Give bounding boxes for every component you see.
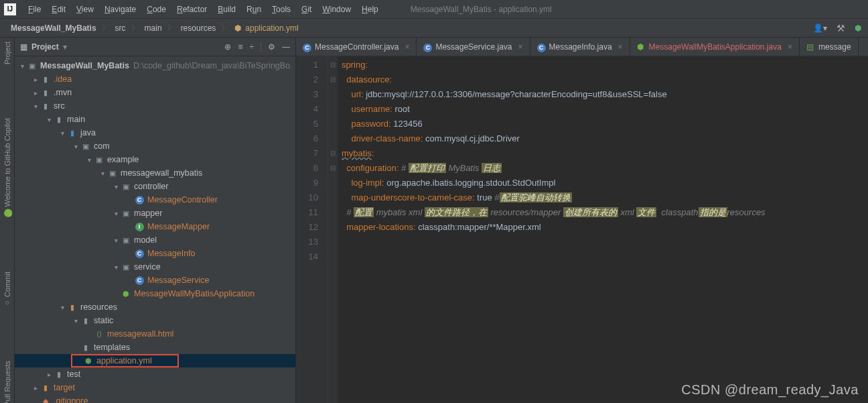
tab-messageinfo[interactable]: CMessageInfo.java× bbox=[530, 38, 630, 56]
tree-root[interactable]: ▾▣MessageWall_MyBatisD:\code_github\Drea… bbox=[15, 59, 295, 72]
dropdown-icon[interactable]: ▾ bbox=[63, 42, 67, 52]
tree-service[interactable]: ▾▣service bbox=[15, 260, 295, 274]
tree-controller[interactable]: ▾▣controller bbox=[15, 180, 295, 193]
close-icon[interactable]: × bbox=[405, 42, 409, 52]
tree-example[interactable]: ▾▣example bbox=[15, 153, 295, 166]
tree-messagecontroller[interactable]: CMessageController bbox=[15, 193, 295, 207]
breadcrumb-main[interactable]: main bbox=[141, 22, 166, 34]
html-file-icon: ⟨⟩ bbox=[94, 329, 104, 339]
tree-test[interactable]: ▸▮test bbox=[15, 367, 295, 381]
spring-boot-icon: ⬢ bbox=[637, 42, 646, 51]
breadcrumb-file[interactable]: ⬢application.yml bbox=[230, 22, 302, 34]
tab-messageservice[interactable]: CMessageService.java× bbox=[417, 38, 530, 56]
project-panel-header: ▦ Project ▾ ⊕ ≡ ÷ ⚙ — bbox=[15, 38, 295, 56]
tree-model[interactable]: ▾▣model bbox=[15, 233, 295, 247]
breadcrumb-bar: MessageWall_MyBatis 〉 src 〉 main 〉 resou… bbox=[0, 19, 868, 38]
menu-navigate[interactable]: Navigate bbox=[99, 5, 141, 14]
build-icon[interactable]: ⚒ bbox=[837, 23, 845, 34]
tab-message[interactable]: ▤message bbox=[800, 38, 859, 56]
menu-git[interactable]: Git bbox=[296, 5, 317, 14]
menu-view[interactable]: View bbox=[71, 5, 99, 14]
menu-build[interactable]: Build bbox=[212, 5, 241, 14]
breadcrumb-src[interactable]: src bbox=[111, 22, 130, 34]
user-icon[interactable]: 👤▾ bbox=[813, 23, 827, 33]
expand-all-icon[interactable]: ≡ bbox=[238, 42, 242, 52]
tree-messageservice[interactable]: CMessageService bbox=[15, 274, 295, 287]
tree-application-yml[interactable]: ⬢application.yml bbox=[15, 354, 295, 367]
chevron-right-icon: 〉 bbox=[220, 22, 230, 34]
tab-application-java[interactable]: ⬢MessageWallMyBatisApplication.java× bbox=[630, 38, 800, 56]
menu-window[interactable]: Window bbox=[317, 5, 356, 14]
watermark: CSDN @dream_ready_Java bbox=[681, 382, 859, 398]
breadcrumb-root[interactable]: MessageWall_MyBatis bbox=[7, 22, 100, 34]
editor-tab-bar: CMessageController.java× CMessageService… bbox=[296, 38, 868, 56]
gitignore-icon: ◆ bbox=[40, 396, 51, 403]
window-title-path: MessageWall_MyBatis - application.yml bbox=[411, 5, 552, 14]
tree-mapper[interactable]: ▾▣mapper bbox=[15, 207, 295, 220]
menu-code[interactable]: Code bbox=[141, 5, 171, 14]
class-icon: C bbox=[135, 249, 144, 258]
vtab-project[interactable]: Project bbox=[3, 42, 11, 64]
menu-tools[interactable]: Tools bbox=[267, 5, 296, 14]
editor-area: CMessageController.java× CMessageService… bbox=[296, 38, 868, 403]
tree-messageinfo[interactable]: CMessageInfo bbox=[15, 247, 295, 260]
breadcrumb-resources[interactable]: resources bbox=[177, 22, 220, 34]
file-icon: ▤ bbox=[806, 42, 815, 51]
close-icon[interactable]: × bbox=[618, 42, 623, 52]
tree-idea[interactable]: ▸▮.idea bbox=[15, 72, 295, 86]
tree-main[interactable]: ▾▮main bbox=[15, 113, 295, 126]
menu-bar: IJ File Edit View Navigate Code Refactor… bbox=[0, 0, 868, 19]
run-config-icon[interactable]: ⬢ bbox=[855, 23, 861, 33]
breadcrumb-file-label: application.yml bbox=[245, 23, 298, 33]
tree-templates[interactable]: ▮templates bbox=[15, 341, 295, 354]
project-panel-icon: ▦ bbox=[20, 42, 27, 52]
project-tree: ▾▣MessageWall_MyBatisD:\code_github\Drea… bbox=[15, 56, 295, 403]
vtab-commit[interactable]: ○ Commit bbox=[3, 272, 11, 307]
tree-messagewall-html[interactable]: ⟨⟩messagewall.html bbox=[15, 327, 295, 341]
editor-body[interactable]: 1234567891011121314 ⊟⊟⊟⊟ spring: datasou… bbox=[296, 56, 868, 403]
class-icon: C bbox=[537, 42, 546, 51]
interface-icon: I bbox=[135, 223, 144, 231]
gear-icon[interactable]: ⚙ bbox=[268, 42, 275, 52]
menu-run[interactable]: Run bbox=[241, 5, 267, 14]
collapse-all-icon[interactable]: ÷ bbox=[249, 42, 254, 52]
tree-target[interactable]: ▸▮target bbox=[15, 381, 295, 394]
fold-gutter: ⊟⊟⊟⊟ bbox=[328, 56, 338, 403]
close-icon[interactable]: × bbox=[518, 42, 522, 52]
line-gutter: 1234567891011121314 bbox=[296, 56, 328, 403]
tree-static[interactable]: ▾▮static bbox=[15, 314, 295, 327]
tree-appclass[interactable]: ⬢MessageWallMyBatisApplication bbox=[15, 287, 295, 300]
menu-file[interactable]: File bbox=[23, 5, 46, 14]
project-panel: ▦ Project ▾ ⊕ ≡ ÷ ⚙ — ▾▣MessageWall_MyBa… bbox=[15, 38, 296, 403]
tree-java[interactable]: ▾▮java bbox=[15, 126, 295, 139]
menu-refactor[interactable]: Refactor bbox=[171, 5, 212, 14]
project-panel-title: Project bbox=[31, 42, 59, 52]
hide-icon[interactable]: — bbox=[282, 42, 290, 52]
vtab-pull-requests[interactable]: ⇅ Pull Requests bbox=[3, 361, 11, 403]
spring-boot-icon: ⬢ bbox=[123, 290, 129, 298]
code-area[interactable]: spring: datasource: url: jdbc:mysql://12… bbox=[338, 56, 868, 403]
class-icon: C bbox=[135, 276, 144, 285]
vtab-copilot[interactable]: 🟢 Welcome to GitHub Copilot bbox=[3, 118, 11, 218]
tree-pkg[interactable]: ▾▣messagewall_mybatis bbox=[15, 166, 295, 180]
class-icon: C bbox=[135, 196, 144, 205]
menu-help[interactable]: Help bbox=[356, 5, 384, 14]
tree-messagemapper[interactable]: IMessageMapper bbox=[15, 220, 295, 233]
tree-resources[interactable]: ▾▮resources bbox=[15, 300, 295, 314]
tree-src[interactable]: ▾▮src bbox=[15, 99, 295, 113]
close-icon[interactable]: × bbox=[788, 42, 792, 52]
chevron-right-icon: 〉 bbox=[100, 22, 111, 34]
breadcrumb: MessageWall_MyBatis 〉 src 〉 main 〉 resou… bbox=[7, 22, 303, 34]
tab-messagecontroller[interactable]: CMessageController.java× bbox=[296, 38, 417, 56]
yml-file-icon: ⬢ bbox=[234, 23, 242, 32]
separator bbox=[261, 42, 261, 52]
left-tool-strip: Project 🟢 Welcome to GitHub Copilot ○ Co… bbox=[0, 38, 15, 403]
select-opened-icon[interactable]: ⊕ bbox=[224, 42, 231, 52]
menu-edit[interactable]: Edit bbox=[46, 5, 71, 14]
class-icon: C bbox=[423, 42, 432, 51]
tree-com[interactable]: ▾▣com bbox=[15, 139, 295, 153]
tree-gitignore[interactable]: ◆.gitignore bbox=[15, 394, 295, 403]
chevron-right-icon: 〉 bbox=[166, 22, 177, 34]
tree-mvn[interactable]: ▸▮.mvn bbox=[15, 86, 295, 99]
yml-file-icon: ⬢ bbox=[83, 356, 94, 365]
